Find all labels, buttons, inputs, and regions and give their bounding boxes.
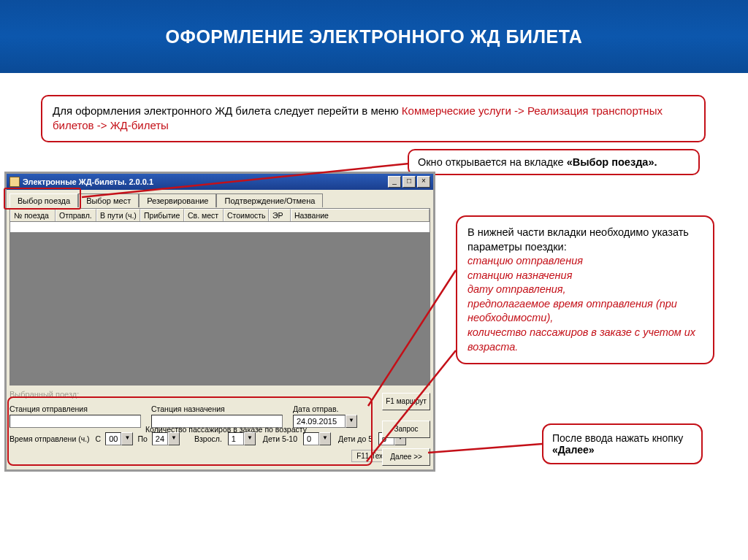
grid-body-empty-row[interactable]	[9, 222, 430, 232]
minimize-button[interactable]: _	[388, 176, 401, 188]
callout-next: После ввода нажать кнопку «Далее»	[542, 423, 703, 464]
grid-body-background[interactable]	[9, 232, 430, 386]
query-panel: Станция отправления Станция назначения Д…	[9, 400, 430, 467]
query-button[interactable]: Запрос	[382, 421, 430, 438]
app-icon	[9, 177, 20, 187]
svg-line-3	[428, 444, 542, 453]
close-button[interactable]: ×	[417, 176, 430, 188]
slide-header: ОФОРМЛЕНИЕ ЭЛЕКТРОННОГО ЖД БИЛЕТА	[0, 0, 748, 73]
app-window: Электронные ЖД-билеты. 2.0.0.1 _ □ × Выб…	[4, 172, 435, 472]
col-free-seats[interactable]: Св. мест	[184, 209, 224, 221]
tab-confirm-cancel[interactable]: Подтверждение/Отмена	[216, 193, 323, 207]
col-departure[interactable]: Отправл.	[56, 209, 96, 221]
f1-route-button[interactable]: F1 маршрут	[382, 393, 430, 410]
chevron-down-icon[interactable]: ▼	[168, 432, 180, 445]
next-button[interactable]: Далее >>	[382, 448, 430, 466]
tab-select-train[interactable]: Выбор поезда	[9, 193, 78, 207]
col-arrival[interactable]: Прибытие	[140, 209, 184, 221]
grid-header: № поезда Отправл. В пути (ч.) Прибытие С…	[9, 208, 430, 222]
label-dep-station: Станция отправления	[9, 404, 141, 413]
window-title: Электронные ЖД-билеты. 2.0.0.1	[23, 177, 388, 186]
chevron-down-icon[interactable]: ▼	[121, 432, 133, 445]
callout-params: В нижней части вкладки необходимо указат…	[456, 215, 714, 364]
titlebar[interactable]: Электронные ЖД-билеты. 2.0.0.1 _ □ ×	[7, 174, 433, 190]
col-duration[interactable]: В пути (ч.)	[96, 209, 140, 221]
dropdown-adult[interactable]: 1 ▼	[228, 432, 256, 445]
intro-callout: Для оформления электронного ЖД билета сл…	[41, 95, 706, 142]
selected-train-label: Выбранный поезд:	[9, 388, 430, 400]
dropdown-child510[interactable]: 0 ▼	[303, 432, 331, 445]
label-arr-station: Станция назначения	[151, 404, 283, 413]
label-time: Время отправлени (ч.)	[9, 434, 90, 443]
chevron-down-icon[interactable]: ▼	[244, 432, 256, 445]
label-pax-header: Количество пассажиров в заказе по возрас…	[145, 425, 307, 434]
col-name[interactable]: Название	[291, 209, 430, 221]
callout-tab-hint: Окно открывается на вкладке «Выбор поезд…	[408, 149, 700, 175]
label-date: Дата отправ.	[293, 404, 357, 413]
slide-title: ОФОРМЛЕНИЕ ЭЛЕКТРОННОГО ЖД БИЛЕТА	[166, 26, 583, 47]
tab-reservation[interactable]: Резервирование	[139, 193, 216, 207]
intro-text: Для оформления электронного ЖД билета сл…	[53, 104, 402, 117]
chevron-down-icon[interactable]: ▼	[319, 432, 331, 445]
dropdown-time-to[interactable]: 24 ▼	[152, 432, 180, 445]
col-cost[interactable]: Стоимость	[224, 209, 269, 221]
chevron-down-icon[interactable]: ▼	[346, 415, 357, 428]
tabs-row: Выбор поезда Выбор мест Резервирование П…	[7, 190, 433, 207]
maximize-button[interactable]: □	[402, 176, 416, 188]
dropdown-time-from[interactable]: 00 ▼	[105, 432, 133, 445]
tab-select-seats[interactable]: Выбор мест	[78, 193, 139, 207]
col-er[interactable]: ЭР	[269, 209, 291, 221]
col-train-no[interactable]: № поезда	[10, 209, 56, 221]
input-dep-station[interactable]	[9, 415, 141, 428]
